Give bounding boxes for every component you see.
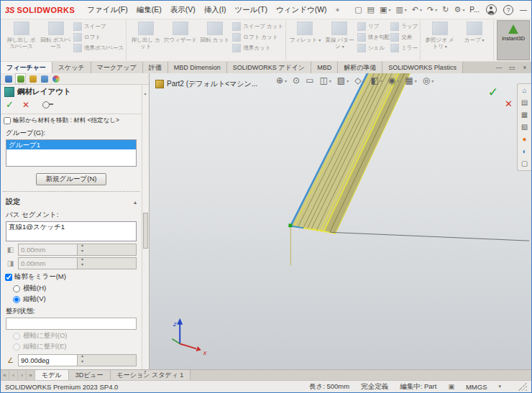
options-button[interactable]: ⚙ <box>454 5 465 14</box>
menu-tools[interactable]: ツール(T) <box>231 4 271 17</box>
collapse-settings-icon[interactable]: ▴ <box>134 199 137 205</box>
tab-solidworks-addins[interactable]: SOLIDWORKS アドイン <box>227 62 311 73</box>
tab-motion-study-1[interactable]: モーション スタディ 1 <box>111 370 191 380</box>
3d-scene[interactable]: z x <box>150 73 531 369</box>
next-tab-arrow[interactable]: › <box>18 370 27 380</box>
rebuild-button[interactable]: ↻ <box>442 5 449 14</box>
intersect-icon <box>390 33 399 42</box>
first-tab-arrow[interactable]: « <box>1 370 9 380</box>
path-segment-value[interactable]: 直線1@スケッチ1 <box>6 222 136 231</box>
instant3d-button[interactable]: Instant3D <box>497 20 530 60</box>
mirror-profile-checkbox[interactable] <box>5 274 12 281</box>
ok-button[interactable]: ✓ <box>6 99 14 110</box>
path-segment-box[interactable]: 直線1@スケッチ1 <box>6 221 137 241</box>
hole-wizard-icon <box>173 22 188 35</box>
user-account-icon[interactable] <box>486 4 497 15</box>
tab-mbd-dimension[interactable]: MBD Dimension <box>168 62 227 73</box>
new-document-button[interactable]: ▢ <box>354 5 362 14</box>
open-document-button[interactable]: ▤ <box>367 5 375 14</box>
previous-tab-arrow[interactable]: ‹ <box>9 370 18 380</box>
featuremanager-tree-tab[interactable] <box>4 74 13 83</box>
redo-button[interactable]: ↷ <box>427 5 437 14</box>
hide-show-items-button[interactable]: ◧ <box>370 75 382 85</box>
design-library-icon[interactable]: ▤ <box>521 99 528 106</box>
cancel-button[interactable]: ✕ <box>22 100 29 110</box>
last-tab-arrow[interactable]: » <box>27 370 35 380</box>
sketch-point-marker[interactable] <box>288 223 292 227</box>
signed-in-user-label[interactable]: P... <box>469 6 480 14</box>
appearances-icon[interactable]: ● <box>522 136 526 143</box>
zoom-area-button[interactable]: ⊙ <box>293 75 300 85</box>
menu-insert[interactable]: 挿入(I) <box>201 4 230 17</box>
print-button[interactable]: ▥ <box>395 5 406 14</box>
mirror-profile-label: 輪郭をミラー(M) <box>14 272 66 282</box>
horizontal-axis-radio[interactable] <box>13 285 20 292</box>
view-palette-icon[interactable]: ▧ <box>521 124 528 131</box>
tab-features[interactable]: フィーチャー <box>1 62 52 73</box>
vertical-axis-radio[interactable] <box>13 296 20 303</box>
menu-window[interactable]: ウィンドウ(W) <box>272 4 331 17</box>
file-explorer-icon[interactable]: ▦ <box>521 111 528 119</box>
rotation-angle-spinner[interactable] <box>77 355 136 366</box>
group-listbox[interactable]: グループ1 <box>6 139 137 167</box>
scroll-up-icon[interactable] <box>142 85 148 91</box>
document-minimize-icon[interactable]: — <box>492 62 505 73</box>
dimxpertmanager-tab[interactable] <box>40 74 49 83</box>
dimxpertmanager-icon <box>41 75 48 83</box>
group-list-item[interactable]: グループ1 <box>6 140 136 149</box>
document-close-icon[interactable]: × <box>518 62 531 73</box>
keep-visible-pin-icon[interactable] <box>42 101 50 108</box>
edit-appearance-button[interactable]: ◉ <box>388 75 400 85</box>
menu-file[interactable]: ファイル(F) <box>83 4 131 17</box>
tab-3d-views[interactable]: 3Dビュー <box>69 370 111 380</box>
move-profile-checkbox[interactable] <box>4 117 11 124</box>
document-breadcrumb-text[interactable]: Part2 (デフォルト<マシン... <box>167 79 257 89</box>
menu-view[interactable]: 表示(V) <box>167 4 199 17</box>
tab-markup[interactable]: マークアップ <box>91 62 143 73</box>
unit-system-label[interactable]: MMGS <box>466 383 487 391</box>
scenes-icon[interactable]: ◐ <box>522 148 526 155</box>
previous-view-button[interactable]: ▭ <box>306 75 313 85</box>
tab-sketch[interactable]: スケッチ <box>52 62 91 73</box>
sketch-path-line[interactable] <box>331 232 530 241</box>
divider <box>1 114 142 114</box>
tab-mbd[interactable]: MBD <box>311 62 338 73</box>
undo-button[interactable]: ↶ <box>412 5 422 14</box>
confirmation-ok-icon[interactable]: ✓ <box>488 85 498 100</box>
apply-scene-button[interactable]: ▦ <box>405 75 416 85</box>
tab-solidworks-plastics[interactable]: SOLIDWORKS Plastics <box>382 62 463 73</box>
scrollbar-thumb[interactable] <box>143 213 148 249</box>
unit-system-caret-icon[interactable]: ▾ <box>498 384 501 389</box>
menu-edit[interactable]: 編集(E) <box>133 4 165 17</box>
tab-model[interactable]: モデル <box>35 370 69 380</box>
document-restore-icon[interactable]: ▭ <box>505 62 518 73</box>
dassault-logo-icon: 3S <box>5 6 14 14</box>
propertymanager-scrollbar[interactable] <box>142 85 149 369</box>
help-icon[interactable]: ? <box>503 5 513 15</box>
save-button[interactable]: ▣ <box>380 5 390 14</box>
alignment-input[interactable] <box>6 318 137 330</box>
custom-properties-icon[interactable]: ▢ <box>521 160 528 167</box>
view-settings-button[interactable]: ◎ <box>423 75 434 85</box>
configurationmanager-tab[interactable] <box>28 74 37 83</box>
tab-evaluate[interactable]: 評価 <box>143 62 168 73</box>
menu-pin-icon[interactable]: ✶ <box>332 6 344 14</box>
solidworks-resources-icon[interactable]: ⌂ <box>522 87 526 94</box>
window-minimize-icon[interactable]: — <box>520 6 527 14</box>
new-group-button[interactable]: 新規グループ(N) <box>36 173 107 185</box>
section-view-button[interactable]: ◫ <box>319 75 331 85</box>
resize-grip[interactable] <box>518 382 527 391</box>
graphics-area[interactable]: z x Part2 (デフォルト<マシン... ⊕ ⊙ ▭ ◫ ▧ ◇ ◧ ◉ … <box>150 73 531 369</box>
confirmation-cancel-icon[interactable]: ✕ <box>505 98 513 109</box>
view-orientation-button[interactable]: ▧ <box>337 75 349 85</box>
display-style-button[interactable]: ◇ <box>354 75 364 85</box>
tab-analysis-preparation[interactable]: 解析の準備 <box>338 62 382 73</box>
breadcrumb[interactable]: Part2 (デフォルト<マシン... <box>155 79 257 89</box>
propertymanager-tab[interactable] <box>15 73 26 84</box>
settings-group-header[interactable]: 設定 ▴ <box>1 195 142 208</box>
scroll-down-icon[interactable] <box>142 363 148 369</box>
zoom-fit-button[interactable]: ⊕ <box>276 75 287 85</box>
displaymanager-tab[interactable] <box>51 74 60 83</box>
rotation-angle-field[interactable]: 90.00deg <box>18 354 137 366</box>
solidworks-logo: 3S SOLIDWORKS <box>5 6 75 14</box>
